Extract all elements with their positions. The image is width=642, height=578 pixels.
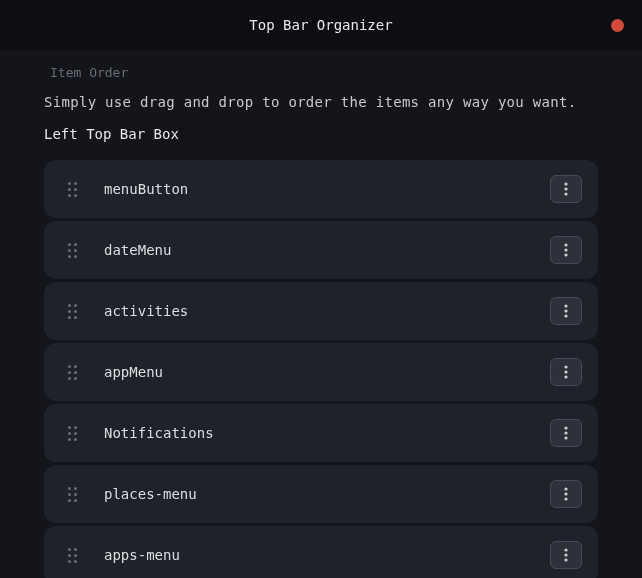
list-item[interactable]: apps-menu (44, 526, 598, 578)
drag-handle-icon[interactable] (68, 304, 82, 319)
list-item-label: Notifications (104, 425, 550, 441)
svg-point-15 (564, 487, 567, 490)
more-vertical-icon (564, 548, 568, 562)
svg-point-6 (564, 304, 567, 307)
more-options-button[interactable] (550, 541, 582, 569)
content-area: Item Order Simply use drag and drop to o… (0, 50, 642, 578)
svg-point-20 (564, 558, 567, 561)
titlebar: Top Bar Organizer (0, 0, 642, 50)
list-item[interactable]: dateMenu (44, 221, 598, 279)
more-options-button[interactable] (550, 236, 582, 264)
more-vertical-icon (564, 426, 568, 440)
more-options-button[interactable] (550, 358, 582, 386)
svg-point-4 (564, 248, 567, 251)
list-item[interactable]: appMenu (44, 343, 598, 401)
drag-handle-icon[interactable] (68, 548, 82, 563)
svg-point-9 (564, 365, 567, 368)
more-vertical-icon (564, 304, 568, 318)
svg-point-7 (564, 309, 567, 312)
drag-handle-icon[interactable] (68, 243, 82, 258)
svg-point-2 (564, 192, 567, 195)
svg-point-8 (564, 314, 567, 317)
list-item-label: apps-menu (104, 547, 550, 563)
more-options-button[interactable] (550, 297, 582, 325)
svg-point-3 (564, 243, 567, 246)
list-item[interactable]: activities (44, 282, 598, 340)
svg-point-11 (564, 375, 567, 378)
window-title: Top Bar Organizer (249, 17, 392, 33)
list-item-label: dateMenu (104, 242, 550, 258)
item-list: menuButton dateMenu activities (44, 160, 598, 578)
svg-point-5 (564, 253, 567, 256)
drag-handle-icon[interactable] (68, 182, 82, 197)
svg-point-18 (564, 548, 567, 551)
more-vertical-icon (564, 487, 568, 501)
list-item-label: appMenu (104, 364, 550, 380)
more-vertical-icon (564, 243, 568, 257)
list-item-label: activities (104, 303, 550, 319)
more-vertical-icon (564, 365, 568, 379)
svg-point-14 (564, 436, 567, 439)
list-item[interactable]: Notifications (44, 404, 598, 462)
svg-point-10 (564, 370, 567, 373)
section-heading: Item Order (50, 65, 598, 80)
more-options-button[interactable] (550, 175, 582, 203)
more-vertical-icon (564, 182, 568, 196)
drag-handle-icon[interactable] (68, 365, 82, 380)
svg-point-19 (564, 553, 567, 556)
list-item[interactable]: places-menu (44, 465, 598, 523)
list-item-label: places-menu (104, 486, 550, 502)
svg-point-16 (564, 492, 567, 495)
svg-point-17 (564, 497, 567, 500)
section-description: Simply use drag and drop to order the it… (44, 94, 598, 110)
list-item-label: menuButton (104, 181, 550, 197)
list-item[interactable]: menuButton (44, 160, 598, 218)
svg-point-1 (564, 187, 567, 190)
subsection-heading: Left Top Bar Box (44, 126, 598, 142)
close-button[interactable] (611, 19, 624, 32)
more-options-button[interactable] (550, 419, 582, 447)
svg-point-0 (564, 182, 567, 185)
more-options-button[interactable] (550, 480, 582, 508)
svg-point-13 (564, 431, 567, 434)
drag-handle-icon[interactable] (68, 487, 82, 502)
svg-point-12 (564, 426, 567, 429)
drag-handle-icon[interactable] (68, 426, 82, 441)
